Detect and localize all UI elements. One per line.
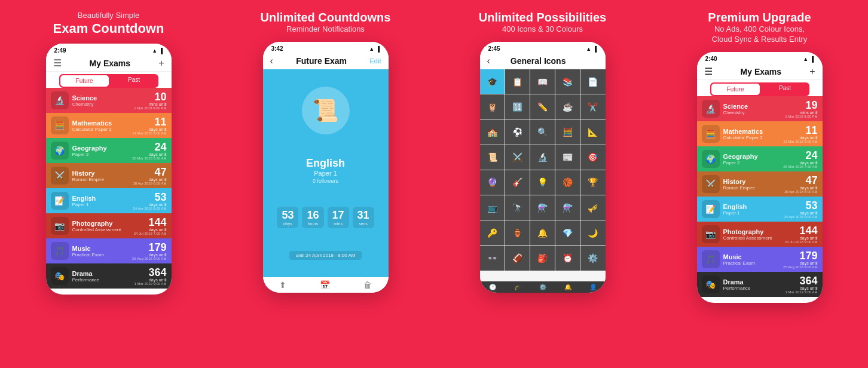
wifi-icon-3: ▲ xyxy=(586,46,591,52)
exam-countdown: 10 mins until 1 Mar 2018 9:00 PM xyxy=(134,91,166,110)
icon-cell[interactable]: 📄 xyxy=(580,69,605,94)
exam-icon: 📝 xyxy=(702,200,720,218)
icon-cell[interactable]: ⚙️ xyxy=(580,246,605,270)
icon-cell[interactable]: 🏈 xyxy=(505,246,530,270)
exam-name: Mathematics xyxy=(723,128,780,135)
icons-content: 🎓📋📖📚📄🦉🔢✏️☕✂️🏫⚽🔍🧮📐📜⚔️🔬📰🎯🔮🎸💡🏀🏆📺🔭⚗️⚗️🎺🔑🏺🔔💎🌙… xyxy=(480,69,606,281)
panel-3-header: Unlimited Possibilities 400 Icons & 30 C… xyxy=(479,11,606,35)
exam-name: English xyxy=(72,195,130,202)
bottom-icon-4[interactable]: 🔔 xyxy=(564,284,571,290)
bottom-icon-5[interactable]: 👤 xyxy=(589,284,597,290)
exam-item[interactable]: 🌍 Geography Paper 2 24 days until 26 Mar… xyxy=(697,146,823,171)
status-bar-3: 2:45 ▲ ▐ xyxy=(480,42,606,53)
icon-cell[interactable]: 📜 xyxy=(480,145,505,170)
calendar-icon[interactable]: 📅 xyxy=(320,280,330,290)
back-icon-3[interactable]: ‹ xyxy=(487,56,490,66)
exam-item[interactable]: 📝 English Paper 1 53 days until 24 Apr 2… xyxy=(697,197,823,222)
exam-item[interactable]: ⚔️ History Roman Empire 47 days until 18… xyxy=(697,171,823,197)
icon-cell[interactable]: ⚽ xyxy=(505,119,530,144)
exam-item[interactable]: 📝 English Paper 1 53 days until 24 Apr 2… xyxy=(46,188,172,213)
exam-info: English Paper 1 xyxy=(723,203,781,216)
icon-cell[interactable]: 💡 xyxy=(530,170,555,195)
icon-cell[interactable]: 🏆 xyxy=(580,170,605,195)
icon-cell[interactable]: 📋 xyxy=(505,69,530,94)
edit-button-2[interactable]: Edit xyxy=(370,57,381,65)
nav-title-2: Future Exam xyxy=(296,56,347,66)
icon-cell[interactable]: 💎 xyxy=(555,220,580,245)
icon-cell[interactable]: 🔑 xyxy=(480,220,505,245)
nav-title-4: My Exams xyxy=(741,67,781,76)
exam-countdown: 47 days until 18 Apr 2018 6:00 AM xyxy=(133,167,166,185)
icon-cell[interactable]: 🔮 xyxy=(480,170,505,195)
panel-1: Beautifully Simple Exam Countdown 2:49 ▲… xyxy=(0,0,217,368)
countdown-footer: ⬆ 📅 🗑 xyxy=(263,277,389,293)
icon-cell[interactable]: ⚗️ xyxy=(555,195,580,220)
icon-cell[interactable]: 📺 xyxy=(480,195,505,220)
icon-cell[interactable]: ⚔️ xyxy=(505,145,530,170)
tab-past-1[interactable]: Past xyxy=(110,74,158,88)
menu-icon[interactable]: ☰ xyxy=(53,57,62,69)
icon-cell[interactable]: ☕ xyxy=(555,94,580,119)
icon-cell[interactable]: 🔔 xyxy=(530,220,555,245)
exam-info: English Paper 1 xyxy=(72,195,130,207)
icon-cell[interactable]: 🔍 xyxy=(530,119,555,144)
icon-cell[interactable]: 📖 xyxy=(530,69,555,94)
countdown-secs: 31 xyxy=(357,209,369,222)
icon-cell[interactable]: 📐 xyxy=(580,119,605,144)
exam-icon: 🌍 xyxy=(51,142,69,160)
tab-future-4[interactable]: Future xyxy=(711,84,760,95)
tab-future-1[interactable]: Future xyxy=(60,75,109,87)
icon-cell[interactable]: 📰 xyxy=(555,145,580,170)
delete-icon[interactable]: 🗑 xyxy=(363,280,372,290)
icon-cell[interactable]: 🌙 xyxy=(580,220,605,245)
bottom-icon-2[interactable]: 🎓 xyxy=(514,284,521,290)
share-icon[interactable]: ⬆ xyxy=(279,280,286,290)
icon-cell[interactable]: 🏀 xyxy=(555,170,580,195)
icon-cell[interactable]: 🎺 xyxy=(580,195,605,220)
icon-cell[interactable]: 🎯 xyxy=(580,145,605,170)
back-icon-2[interactable]: ‹ xyxy=(270,56,273,66)
icon-cell[interactable]: 🏺 xyxy=(505,220,530,245)
icon-cell[interactable]: 🔬 xyxy=(530,145,555,170)
exam-item[interactable]: ⚔️ History Roman Empire 47 days until 18… xyxy=(46,163,172,188)
menu-icon-4[interactable]: ☰ xyxy=(704,66,713,77)
icon-cell[interactable]: 🎸 xyxy=(505,170,530,195)
exam-item[interactable]: 🔬 Science Chemistry 19 mins until 1 Mar … xyxy=(697,96,823,121)
exam-item[interactable]: 🔬 Science Chemistry 10 mins until 1 Mar … xyxy=(46,88,172,113)
icon-cell[interactable]: 🔢 xyxy=(505,94,530,119)
exam-item[interactable]: 📷 Photography Controlled Assessment 144 … xyxy=(46,213,172,238)
bottom-icon-1[interactable]: 🕐 xyxy=(489,284,496,290)
icon-cell[interactable]: ⏰ xyxy=(555,246,580,270)
icon-cell[interactable]: 🔭 xyxy=(505,195,530,220)
tab-past-4[interactable]: Past xyxy=(761,82,809,96)
exam-item[interactable]: 🎵 Music Practical Exam 179 days until 25… xyxy=(46,238,172,263)
panel-2-title: Unlimited Countdowns xyxy=(261,11,391,24)
exam-item[interactable]: 📷 Photography Controlled Assessment 144 … xyxy=(697,222,823,247)
icon-cell[interactable]: ✏️ xyxy=(530,94,555,119)
exam-item[interactable]: 🌍 Geography Paper 2 24 days until 26 Mar… xyxy=(46,138,172,163)
exam-name: Science xyxy=(723,103,782,110)
icon-cell[interactable]: 🧮 xyxy=(555,119,580,144)
add-icon-4[interactable]: + xyxy=(809,66,815,77)
nav-title-3: General Icons xyxy=(511,56,566,66)
icon-cell[interactable]: 🏫 xyxy=(480,119,505,144)
icon-cell[interactable]: 📚 xyxy=(555,69,580,94)
countdown-mins-label: mins xyxy=(332,222,344,226)
status-icons-4: ▲ ▐ xyxy=(803,56,814,62)
status-icons-2: ▲ ▐ xyxy=(369,46,380,52)
icon-cell[interactable]: 👓 xyxy=(480,246,505,270)
bottom-icon-3[interactable]: ⚙️ xyxy=(539,284,546,290)
exam-item[interactable]: 🧮 Mathematics Calculator Paper 2 11 days… xyxy=(697,121,823,146)
icon-cell[interactable]: 🦉 xyxy=(480,94,505,119)
icon-cell[interactable]: ⚗️ xyxy=(530,195,555,220)
phone-nav-3: ‹ General Icons xyxy=(480,53,606,69)
exam-item[interactable]: 🧮 Mathematics Calculator Paper 2 11 days… xyxy=(46,113,172,138)
icon-cell[interactable]: ✂️ xyxy=(580,94,605,119)
exam-date: 24 Apr 2018 9:00 AM xyxy=(784,215,817,219)
icon-cell[interactable]: 🎒 xyxy=(530,246,555,270)
exam-item[interactable]: 🎭 Drama Performance 364 days until 1 Mar… xyxy=(46,263,172,289)
icon-cell[interactable]: 🎓 xyxy=(480,69,505,94)
exam-item[interactable]: 🎵 Music Practical Exam 179 days until 25… xyxy=(697,247,823,272)
exam-item[interactable]: 🎭 Drama Performance 364 days until 1 Mar… xyxy=(697,272,823,297)
add-icon[interactable]: + xyxy=(158,58,164,69)
